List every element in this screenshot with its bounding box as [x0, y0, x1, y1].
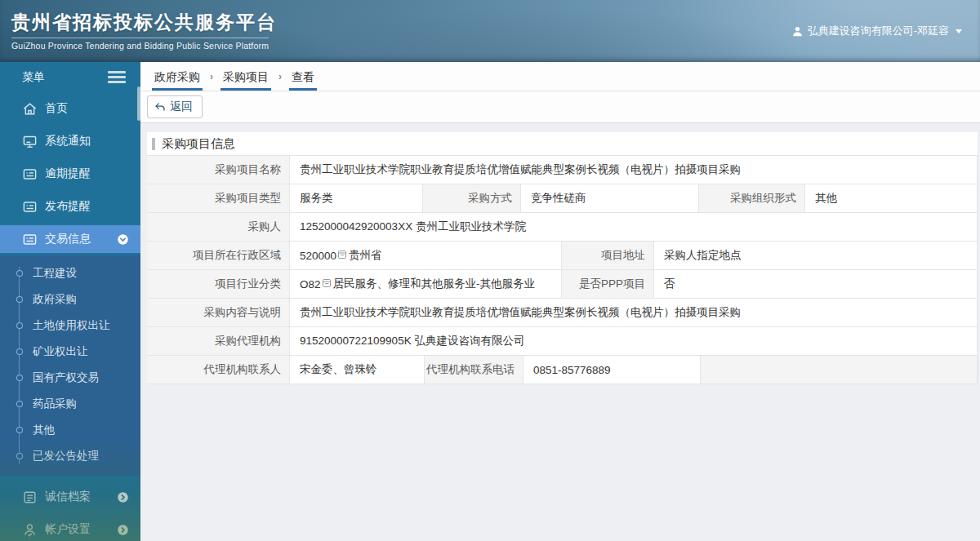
field-label: 代理机构联系电话	[424, 356, 523, 384]
field-label: 采购组织形式	[698, 184, 804, 213]
page: 贵州省招标投标公共服务平台 GuiZhou Province Tendering…	[0, 0, 980, 541]
project-type-value: 服务类	[289, 184, 422, 213]
return-icon	[154, 101, 166, 113]
sidebar-menu-header: 菜单	[0, 62, 140, 92]
sidebar-item-label: 发布提醒	[45, 199, 91, 214]
app-title: 贵州省招标投标公共服务平台	[11, 10, 277, 35]
return-label: 返回	[170, 100, 193, 114]
project-info-table: 采购项目名称 贵州工业职业技术学院职业教育提质培优增值赋能典型案例长视频（电视片…	[147, 155, 978, 384]
account-icon	[22, 522, 38, 538]
sidebar-item-integrity-archive[interactable]: 诚信档案	[0, 481, 140, 513]
field-label: 项目所在行政区域	[147, 242, 289, 270]
user-menu[interactable]: 弘典建设咨询有限公司-邓廷容	[791, 24, 962, 38]
table-row: 代理机构联系人 宋金委、曾珠铃 代理机构联系电话 0851-85776889	[147, 356, 977, 384]
submenu-label: 政府采购	[33, 292, 77, 307]
region-code: 520000	[300, 250, 336, 262]
hamburger-icon[interactable]	[108, 69, 126, 86]
sidebar-item-label: 逾期提醒	[45, 166, 91, 181]
sidebar-item-system-notice[interactable]: 系统通知	[0, 125, 140, 157]
submenu-item-published-notices[interactable]: 已发公告处理	[0, 443, 140, 469]
industry-value: O82 居民服务、修理和其他服务业-其他服务业	[289, 270, 561, 299]
card-list-icon	[22, 199, 38, 215]
project-name-value: 贵州工业职业技术学院职业教育提质培优增值赋能典型案例长视频（电视片）拍摄项目采购	[289, 156, 977, 184]
field-label: 项目行业分类	[147, 270, 289, 299]
submenu-item-state-owned[interactable]: 国有产权交易	[0, 365, 140, 391]
app-header: 贵州省招标投标公共服务平台 GuiZhou Province Tendering…	[0, 0, 980, 62]
project-info-panel: 采购项目信息 采购项目名称 贵州工业职业技术学院职业教育提质培优增值赋能典型案例…	[147, 132, 978, 384]
field-label: 采购方式	[422, 184, 520, 213]
phone-value: 0851-85776889	[523, 356, 700, 384]
expand-circle-icon[interactable]	[117, 524, 129, 536]
sidebar-item-label: 诚信档案	[45, 490, 91, 504]
submenu-item-mining-rights[interactable]: 矿业权出让	[0, 339, 140, 365]
sidebar-item-account-settings[interactable]: 帐户设置	[0, 513, 140, 541]
user-icon	[791, 25, 804, 38]
sidebar-item-label: 系统通知	[45, 134, 91, 149]
submenu-label: 工程建设	[33, 266, 77, 281]
agency-value: 91520000722109905K 弘典建设咨询有限公司	[289, 327, 977, 356]
toolbar: 返回	[140, 91, 980, 123]
region-name: 贵州省	[349, 248, 382, 263]
field-label: 项目地址	[561, 242, 653, 270]
return-button[interactable]: 返回	[147, 95, 203, 118]
field-label: 采购内容与说明	[147, 299, 289, 327]
sidebar-item-overdue-reminder[interactable]: 逾期提醒	[0, 157, 140, 190]
caret-down-icon	[956, 29, 962, 33]
submenu-item-government-procurement[interactable]: 政府采购	[0, 286, 140, 313]
submenu-label: 国有产权交易	[33, 370, 99, 385]
app-subtitle: GuiZhou Province Tendering and Bidding P…	[11, 38, 269, 51]
submenu-label: 土地使用权出让	[33, 318, 110, 333]
table-row: 采购内容与说明 贵州工业职业技术学院职业教育提质培优增值赋能典型案例长视频（电视…	[147, 299, 977, 327]
submenu-label: 矿业权出让	[33, 344, 88, 359]
industry-name: 居民服务、修理和其他服务业-其他服务业	[333, 277, 536, 291]
region-value: 520000 贵州省	[289, 242, 561, 270]
purchaser-value: 1252000042920003XX 贵州工业职业技术学院	[289, 213, 977, 242]
field-label: 代理机构联系人	[147, 356, 289, 384]
submenu-item-other[interactable]: 其他	[0, 417, 140, 443]
industry-code: O82	[300, 278, 321, 290]
sidebar: 菜单 首页 系统通知 逾期提醒	[0, 62, 140, 541]
field-label: 采购人	[147, 213, 289, 242]
content-description-value: 贵州工业职业技术学院职业教育提质培优增值赋能典型案例长视频（电视片）拍摄项目采购	[289, 299, 977, 327]
industry-picker-icon[interactable]	[322, 278, 332, 290]
submenu-item-drug-procurement[interactable]: 药品采购	[0, 391, 140, 417]
empty-cell	[700, 356, 977, 384]
breadcrumb: 政府采购 › 采购项目 › 查看	[140, 62, 980, 91]
org-form-value: 其他	[804, 184, 977, 213]
breadcrumb-item-government-procurement[interactable]: 政府采购	[152, 64, 203, 91]
sidebar-item-label: 帐户设置	[45, 522, 91, 537]
panel-title-text: 采购项目信息	[162, 136, 235, 152]
table-row: 采购项目名称 贵州工业职业技术学院职业教育提质培优增值赋能典型案例长视频（电视片…	[147, 156, 977, 184]
submenu-item-engineering[interactable]: 工程建设	[0, 260, 140, 286]
region-picker-icon[interactable]	[337, 250, 347, 262]
card-list-icon	[22, 166, 38, 182]
menu-label: 菜单	[22, 70, 45, 85]
collapse-circle-icon[interactable]	[117, 233, 129, 246]
submenu-label: 已发公告处理	[33, 449, 99, 463]
user-name: 弘典建设咨询有限公司-邓廷容	[808, 24, 949, 38]
expand-circle-icon[interactable]	[117, 491, 129, 503]
field-label: 采购代理机构	[147, 327, 289, 356]
sidebar-item-label: 首页	[45, 101, 68, 116]
procurement-method-value: 竞争性磋商	[520, 184, 698, 213]
field-label: 采购项目类型	[147, 184, 289, 213]
main-content: 政府采购 › 采购项目 › 查看 返回 采购项目信息	[140, 62, 980, 541]
home-icon	[22, 101, 38, 117]
breadcrumb-item-view[interactable]: 查看	[289, 64, 317, 91]
sidebar-item-label: 交易信息	[45, 232, 91, 246]
transaction-submenu: 工程建设 政府采购 土地使用权出让 矿业权出让 国有产权交易 药品采购 其他 已…	[0, 255, 140, 476]
monitor-icon	[22, 134, 38, 149]
breadcrumb-separator: ›	[271, 71, 289, 91]
submenu-item-land-use[interactable]: 土地使用权出让	[0, 313, 140, 339]
field-label: 是否PPP项目	[561, 270, 653, 299]
breadcrumb-item-procurement-project[interactable]: 采购项目	[220, 64, 271, 91]
archive-list-icon	[22, 490, 38, 505]
table-row: 项目行业分类 O82 居民服务、修理和其他服务业-其他服务业 是否PPP项目 否	[147, 270, 977, 299]
sidebar-item-publish-reminder[interactable]: 发布提醒	[0, 190, 140, 223]
card-list-icon	[22, 232, 38, 247]
field-label: 采购项目名称	[147, 156, 289, 184]
contact-value: 宋金委、曾珠铃	[289, 356, 424, 384]
sidebar-item-home[interactable]: 首页	[0, 92, 140, 125]
sidebar-item-transaction-info[interactable]: 交易信息	[0, 225, 140, 253]
table-row: 采购人 1252000042920003XX 贵州工业职业技术学院	[147, 213, 977, 242]
